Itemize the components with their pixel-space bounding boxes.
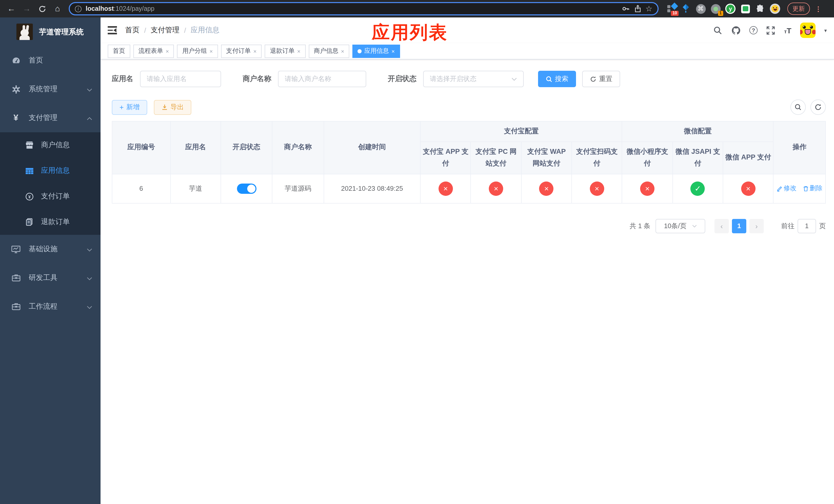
sidebar-item-label: 首页: [29, 56, 92, 65]
tag-view-bar: 首页 流程表单× 用户分组× 支付订单× 退款订单× 商户信息× 应用信息×: [101, 43, 834, 60]
address-bar[interactable]: i localhost:1024/pay/app ☆: [69, 2, 659, 15]
close-icon[interactable]: ×: [210, 48, 213, 54]
status-extension-icon[interactable]: 1: [710, 4, 721, 14]
tab-home[interactable]: 首页: [108, 44, 130, 58]
page-number-1[interactable]: 1: [732, 219, 746, 233]
active-dot: [357, 49, 361, 53]
col-wechat-app: 微信 APP 支付: [723, 142, 773, 174]
tab-user-group[interactable]: 用户分组×: [177, 44, 218, 58]
status-select[interactable]: 请选择开启状态: [423, 71, 524, 87]
help-icon[interactable]: ?: [749, 26, 758, 35]
svg-text:¥: ¥: [28, 194, 30, 199]
sidebar-item-refund-orders[interactable]: 退款订单: [0, 209, 101, 235]
y-extension-icon[interactable]: y: [725, 4, 736, 14]
font-size-icon[interactable]: тT: [784, 26, 791, 35]
app-logo[interactable]: 芋道管理系统: [0, 18, 101, 46]
sidebar-item-app-info[interactable]: 应用信息: [0, 158, 101, 184]
search-button[interactable]: 搜索: [538, 71, 576, 87]
group-alipay-config: 支付宝配置: [420, 121, 622, 142]
chat-extension-icon[interactable]: [740, 4, 750, 14]
sidebar-item-home[interactable]: 首页: [0, 46, 101, 75]
tab-app-info[interactable]: 应用信息×: [352, 44, 400, 58]
sidebar-item-merchant-info[interactable]: 商户信息: [0, 132, 101, 158]
status-toggle[interactable]: [237, 184, 256, 194]
extensions-puzzle-icon[interactable]: [755, 4, 765, 14]
search-icon[interactable]: [714, 26, 723, 35]
table-row: 6 芋道 芋道源码 2021-10-23 08:49:25 × × × × ×: [112, 174, 826, 203]
app-name-input[interactable]: 请输入应用名: [140, 71, 221, 87]
close-icon[interactable]: ×: [297, 48, 301, 54]
command-extension-icon[interactable]: ⌘: [696, 4, 706, 14]
sidebar-item-infra[interactable]: 基础设施: [0, 235, 101, 264]
extension-squares-icon[interactable]: 10: [666, 4, 676, 14]
refresh-table-button[interactable]: [810, 99, 826, 115]
breadcrumb-payment[interactable]: 支付管理: [151, 26, 179, 35]
url-text: localhost:1024/pay/app: [86, 5, 154, 12]
user-avatar[interactable]: [800, 23, 815, 38]
page-annotation: 应用列表: [372, 21, 448, 45]
chevron-up-icon: [87, 114, 92, 122]
share-icon[interactable]: [634, 5, 641, 13]
goto-page-input[interactable]: [797, 219, 816, 233]
fullscreen-icon[interactable]: [766, 26, 775, 35]
reset-button[interactable]: 重置: [582, 71, 620, 87]
chevron-down-icon: [87, 245, 92, 253]
page-size-select[interactable]: 10条/页: [656, 219, 705, 233]
app-title: 芋道管理系统: [39, 27, 84, 37]
close-icon[interactable]: ×: [341, 48, 345, 54]
yen-icon: ¥: [11, 113, 21, 122]
avatar-caret-icon[interactable]: ▾: [824, 27, 827, 33]
goto-label: 前往: [781, 222, 794, 231]
close-icon[interactable]: ×: [254, 48, 257, 54]
cell-merchant: 芋道源码: [272, 174, 324, 203]
sidebar-item-workflow[interactable]: 工作流程: [0, 292, 101, 321]
cell-created: 2021-10-23 08:49:25: [324, 174, 420, 203]
password-key-icon[interactable]: [621, 5, 630, 13]
breadcrumb-home[interactable]: 首页: [125, 26, 139, 35]
bookmark-star-icon[interactable]: ☆: [645, 4, 653, 13]
tab-merchant-info[interactable]: 商户信息×: [309, 44, 350, 58]
chrome-update-button[interactable]: 更新: [787, 3, 810, 15]
browser-menu-icon[interactable]: ⋮: [815, 5, 822, 13]
delete-link[interactable]: 删除: [803, 184, 822, 193]
merchant-name-input[interactable]: 请输入商户名称: [278, 71, 366, 87]
close-icon[interactable]: ×: [391, 48, 395, 54]
breadcrumb-current: 应用信息: [191, 26, 220, 35]
app-table: 应用编号 应用名 开启状态 商户名称 创建时间 支付宝配置 微信配置 操作 支付…: [112, 121, 826, 204]
sidebar-fold-icon[interactable]: [108, 26, 117, 35]
kite-extension-icon[interactable]: [681, 4, 691, 14]
edit-link[interactable]: 修改: [776, 184, 796, 193]
tab-process-form[interactable]: 流程表单×: [133, 44, 174, 58]
sidebar-item-label: 系统管理: [29, 85, 79, 94]
sidebar-item-payment-orders[interactable]: ¥ 支付订单: [0, 184, 101, 209]
show-search-button[interactable]: [790, 99, 806, 115]
home-icon[interactable]: ⌂: [51, 3, 64, 15]
gear-icon: [11, 85, 21, 94]
chevron-down-icon: [511, 76, 517, 82]
table-toolbar: +新增 导出: [112, 99, 826, 115]
sidebar-item-system[interactable]: 系统管理: [0, 75, 101, 104]
extensions-area: 10 ⌘ 1 y: [666, 4, 780, 14]
col-merchant: 商户名称: [272, 121, 324, 174]
add-button[interactable]: +新增: [112, 100, 147, 115]
sidebar-item-devtools[interactable]: 研发工具: [0, 264, 101, 292]
tab-refund-orders[interactable]: 退款订单×: [265, 44, 306, 58]
back-icon[interactable]: ←: [5, 3, 18, 15]
sidebar-item-label: 支付管理: [29, 113, 79, 122]
status-cross-icon: ×: [439, 182, 453, 196]
profile-avatar-icon[interactable]: [770, 4, 780, 14]
prev-page-button[interactable]: ‹: [715, 219, 729, 233]
sidebar-item-payment[interactable]: ¥ 支付管理: [0, 104, 101, 132]
sidebar-submenu-payment: 商户信息 应用信息 ¥ 支付订单: [0, 132, 101, 235]
toolbox-icon: [11, 302, 21, 311]
next-page-button[interactable]: ›: [749, 219, 764, 233]
tab-payment-orders[interactable]: 支付订单×: [221, 44, 262, 58]
export-button[interactable]: 导出: [154, 100, 191, 115]
refresh-icon[interactable]: [36, 3, 48, 15]
close-icon[interactable]: ×: [166, 48, 169, 54]
cell-app-id: 6: [112, 174, 170, 203]
github-icon[interactable]: [731, 26, 741, 35]
col-app-name: 应用名: [170, 121, 221, 174]
page-info-icon[interactable]: i: [75, 5, 82, 12]
extension-badge: 10: [671, 11, 679, 16]
